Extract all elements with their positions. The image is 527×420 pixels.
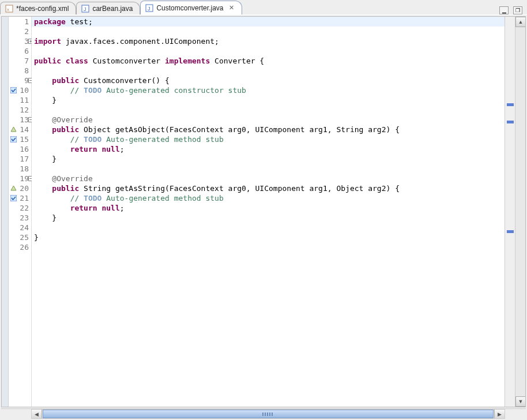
- close-icon[interactable]: ✕: [228, 5, 235, 12]
- line-number: 8: [24, 66, 29, 75]
- code-token: //: [70, 135, 84, 144]
- code-line[interactable]: public class Customconverter implements …: [32, 56, 505, 66]
- svg-text:J: J: [148, 6, 150, 12]
- code-line[interactable]: [32, 223, 505, 232]
- horizontal-scrollbar[interactable]: ◀ ▶: [31, 409, 505, 419]
- code-token: //: [70, 86, 84, 95]
- code-line[interactable]: }: [32, 95, 505, 105]
- gutter-row[interactable]: 22: [9, 203, 31, 213]
- code-token: }: [34, 233, 39, 242]
- scroll-down-button[interactable]: ▼: [515, 396, 526, 407]
- task-marker-icon[interactable]: [10, 195, 17, 202]
- gutter-row[interactable]: 19−: [9, 174, 31, 183]
- code-line[interactable]: // TODO Auto-generated constructor stub: [32, 85, 505, 95]
- code-line[interactable]: package test;: [32, 17, 505, 27]
- code-line[interactable]: public Customconverter() {: [32, 76, 505, 85]
- overview-ruler[interactable]: [505, 17, 515, 407]
- code-line[interactable]: public String getAsString(FacesContext a…: [32, 183, 505, 193]
- line-number: 23: [20, 213, 29, 222]
- gutter-row[interactable]: 3+: [9, 36, 31, 46]
- code-token: class: [66, 57, 88, 65]
- overview-marker[interactable]: [507, 230, 514, 233]
- scroll-up-button[interactable]: ▲: [515, 17, 526, 27]
- code-line[interactable]: [32, 66, 505, 76]
- code-token: implements: [165, 57, 210, 65]
- gutter-row[interactable]: 25: [9, 232, 31, 242]
- gutter-row[interactable]: 18: [9, 164, 31, 174]
- code-token: TODO: [84, 135, 101, 144]
- code-line[interactable]: return null;: [32, 203, 505, 213]
- code-token: Auto-generated constructor stub: [101, 86, 246, 95]
- code-line[interactable]: @Override: [32, 174, 505, 183]
- gutter-row[interactable]: 17: [9, 154, 31, 164]
- code-line[interactable]: @Override: [32, 115, 505, 125]
- code-token: [34, 194, 70, 202]
- code-line[interactable]: [32, 105, 505, 115]
- code-token: null: [101, 145, 119, 153]
- overview-marker[interactable]: [507, 103, 514, 106]
- tab-customconverter-java[interactable]: JCustomconverter.java✕: [140, 1, 242, 14]
- minimize-button[interactable]: ▁: [499, 6, 509, 14]
- gutter-row[interactable]: 7: [9, 56, 31, 66]
- code-line[interactable]: }: [32, 232, 505, 242]
- override-marker-icon[interactable]: [10, 126, 17, 133]
- code-line[interactable]: // TODO Auto-generated method stub: [32, 193, 505, 203]
- gutter-row[interactable]: 15: [9, 134, 31, 144]
- code-line[interactable]: [32, 27, 505, 36]
- svg-text:J: J: [84, 6, 86, 12]
- scroll-left-button[interactable]: ◀: [32, 410, 42, 418]
- code-line[interactable]: }: [32, 154, 505, 164]
- code-line[interactable]: return null;: [32, 144, 505, 154]
- gutter-row[interactable]: 12: [9, 105, 31, 115]
- code-line[interactable]: [32, 242, 505, 252]
- left-margin-strip: [2, 17, 9, 407]
- task-marker-icon[interactable]: [10, 136, 17, 143]
- tab--faces-config-xml[interactable]: x*faces-config.xml: [0, 2, 76, 14]
- code-line[interactable]: }: [32, 213, 505, 223]
- task-marker-icon[interactable]: [10, 87, 17, 94]
- gutter-row[interactable]: 11: [9, 95, 31, 105]
- code-line[interactable]: [32, 164, 505, 174]
- code-area[interactable]: package test;import javax.faces.componen…: [32, 17, 505, 407]
- tab-carbean-java[interactable]: JcarBean.java: [76, 2, 140, 14]
- gutter-row[interactable]: 13−: [9, 115, 31, 125]
- line-number: 14: [20, 125, 29, 134]
- gutter-row[interactable]: 10: [9, 85, 31, 95]
- line-number-gutter[interactable]: 123+6789−10111213−141516171819−202122232…: [9, 17, 32, 407]
- gutter-row[interactable]: 20: [9, 183, 31, 193]
- code-token: return: [70, 204, 97, 212]
- svg-marker-9: [11, 186, 16, 190]
- gutter-row[interactable]: 9−: [9, 76, 31, 85]
- gutter-row[interactable]: 23: [9, 213, 31, 223]
- code-line[interactable]: public Object getAsObject(FacesContext a…: [32, 125, 505, 134]
- line-number: 7: [24, 57, 29, 65]
- gutter-row[interactable]: 8: [9, 66, 31, 76]
- code-token: null: [101, 204, 119, 212]
- gutter-row[interactable]: 21: [9, 193, 31, 203]
- gutter-row[interactable]: 24: [9, 223, 31, 232]
- maximize-button[interactable]: ❐: [513, 6, 522, 14]
- code-token: ;: [120, 145, 125, 153]
- vertical-scrollbar[interactable]: ▲ ▼: [515, 17, 525, 407]
- gutter-row[interactable]: 1: [9, 17, 31, 27]
- scroll-right-button[interactable]: ▶: [494, 410, 505, 418]
- code-line[interactable]: // TODO Auto-generated method stub: [32, 134, 505, 144]
- line-number: 13: [20, 115, 29, 124]
- code-token: public: [52, 184, 79, 193]
- gutter-row[interactable]: 26: [9, 242, 31, 252]
- code-line[interactable]: [32, 46, 505, 56]
- gutter-row[interactable]: 16: [9, 144, 31, 154]
- overview-marker[interactable]: [507, 121, 514, 123]
- code-token: [34, 115, 52, 124]
- gutter-row[interactable]: 6: [9, 46, 31, 56]
- override-marker-icon[interactable]: [10, 185, 17, 192]
- horizontal-scroll-thumb[interactable]: [43, 410, 494, 418]
- gutter-row[interactable]: 14: [9, 125, 31, 134]
- code-token: Object getAsObject(FacesContext arg0, UI…: [79, 125, 400, 134]
- gutter-row[interactable]: 2: [9, 27, 31, 36]
- code-token: String getAsString(FacesContext arg0, UI…: [79, 184, 400, 193]
- code-token: }: [34, 155, 57, 163]
- code-token: [34, 125, 52, 134]
- code-token: [34, 76, 52, 85]
- code-line[interactable]: import javax.faces.component.UIComponent…: [32, 36, 505, 46]
